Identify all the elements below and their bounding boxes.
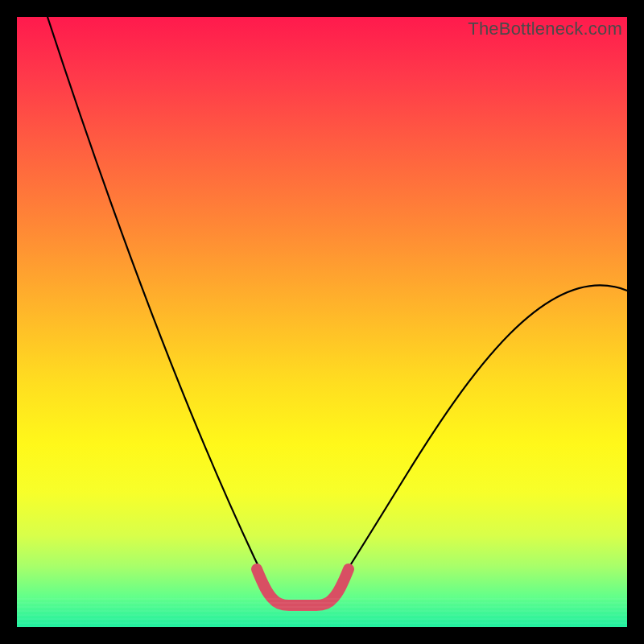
flat-bottom-highlight bbox=[257, 569, 349, 605]
chart-curve-layer bbox=[17, 17, 627, 627]
chart-plot-area: TheBottleneck.com bbox=[17, 17, 627, 627]
chart-frame: TheBottleneck.com bbox=[0, 0, 644, 644]
bottleneck-curve bbox=[47, 17, 627, 602]
